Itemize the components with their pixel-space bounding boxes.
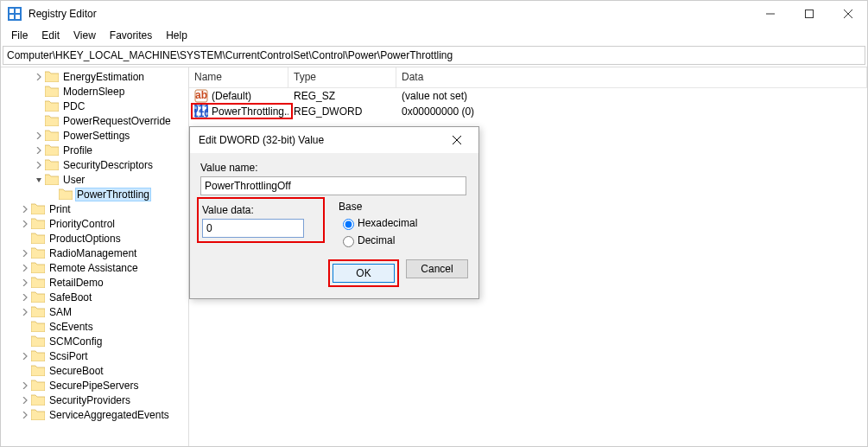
tree-item[interactable]: PowerSettings xyxy=(1,128,188,143)
regedit-icon xyxy=(8,7,22,21)
dialog-close-button[interactable] xyxy=(444,133,470,147)
expander-icon[interactable] xyxy=(34,72,44,82)
tree-item[interactable]: SCMConfig xyxy=(1,334,188,348)
svg-rect-6 xyxy=(805,10,813,18)
tree-label: Remote Assistance xyxy=(48,262,140,274)
maximize-button[interactable] xyxy=(789,1,828,27)
tree-item[interactable]: SafeBoot xyxy=(1,290,188,304)
tree-item[interactable]: SecureBoot xyxy=(1,363,188,378)
tree-item[interactable]: RetailDemo xyxy=(1,275,188,290)
expander-icon[interactable] xyxy=(20,380,30,391)
close-button[interactable] xyxy=(828,1,867,27)
cell-name: PowerThrottling... xyxy=(212,105,288,118)
menu-help[interactable]: Help xyxy=(159,28,194,43)
cancel-button[interactable]: Cancel xyxy=(406,259,468,278)
tree-item[interactable]: RadioManagement xyxy=(1,246,188,260)
radio-dec[interactable] xyxy=(343,236,354,247)
tree-label: SafeBoot xyxy=(48,291,93,303)
menu-edit[interactable]: Edit xyxy=(35,28,67,43)
tree-item[interactable]: PowerThrottling xyxy=(1,187,188,201)
minimize-button[interactable] xyxy=(751,1,789,27)
dialog-body: Value name: PowerThrottlingOff Value dat… xyxy=(190,153,478,256)
svg-text:ab: ab xyxy=(195,89,207,101)
dialog-title-bar[interactable]: Edit DWORD (32-bit) Value xyxy=(190,127,478,153)
tree-label: SAM xyxy=(48,306,73,318)
radio-hex[interactable] xyxy=(343,219,354,230)
expander-icon[interactable] xyxy=(20,292,30,303)
expander-icon[interactable] xyxy=(20,278,30,288)
ok-button[interactable]: OK xyxy=(333,264,395,283)
tree-label: SCMConfig xyxy=(48,335,104,348)
tree-item[interactable]: SecurityDescriptors xyxy=(1,157,188,172)
expander-icon[interactable] xyxy=(20,351,30,361)
tree-item[interactable]: Profile xyxy=(1,143,188,157)
radio-hex-row[interactable]: Hexadecimal xyxy=(339,216,468,230)
tree-item[interactable]: ModernSleep xyxy=(1,84,188,99)
cell-type: REG_SZ xyxy=(294,90,335,102)
menu-file[interactable]: File xyxy=(4,28,35,43)
expander-icon[interactable] xyxy=(20,410,30,420)
expander-icon[interactable] xyxy=(20,248,30,259)
tree-item[interactable]: ServiceAggregatedEvents xyxy=(1,407,188,422)
tree-label: SecurityProviders xyxy=(48,394,132,406)
value-data-highlight: Value data: xyxy=(197,197,325,243)
tree-item[interactable]: Remote Assistance xyxy=(1,260,188,275)
address-bar[interactable]: Computer\HKEY_LOCAL_MACHINE\SYSTEM\Curre… xyxy=(3,46,865,65)
tree-item[interactable]: ProductOptions xyxy=(1,231,188,246)
tree-label: User xyxy=(61,174,86,186)
tree-label: PriorityControl xyxy=(48,218,117,230)
tree-item[interactable]: SAM xyxy=(1,304,188,319)
tree-item[interactable]: User xyxy=(1,172,188,187)
col-header-data[interactable]: Data xyxy=(396,67,867,87)
tree-item[interactable]: PowerRequestOverride xyxy=(1,113,188,128)
expander-icon[interactable] xyxy=(34,131,44,141)
radio-hex-label: Hexadecimal xyxy=(358,217,417,229)
col-header-type[interactable]: Type xyxy=(288,67,396,87)
svg-rect-3 xyxy=(10,15,14,19)
expander-icon[interactable] xyxy=(20,204,30,214)
list-body: ab(Default)REG_SZ(value not set)011110Po… xyxy=(189,88,867,119)
tree-item[interactable]: SecurePipeServers xyxy=(1,378,188,393)
tree-item[interactable]: Print xyxy=(1,201,188,216)
svg-rect-2 xyxy=(16,9,20,13)
col-header-name[interactable]: Name xyxy=(189,67,288,87)
tree-item[interactable]: ScEvents xyxy=(1,319,188,334)
tree-item[interactable]: PDC xyxy=(1,99,188,113)
menu-view[interactable]: View xyxy=(67,28,103,43)
tree-item[interactable]: SecurityProviders xyxy=(1,393,188,407)
value-data-label: Value data: xyxy=(202,204,318,216)
tree-label: SecurityDescriptors xyxy=(61,159,155,171)
cancel-label: Cancel xyxy=(421,263,453,275)
address-text: Computer\HKEY_LOCAL_MACHINE\SYSTEM\Curre… xyxy=(7,49,453,61)
window-title: Registry Editor xyxy=(29,8,751,20)
tree-pane[interactable]: EnergyEstimationModernSleepPDCPowerReque… xyxy=(1,67,189,447)
svg-text:110: 110 xyxy=(194,107,208,118)
value-data-input[interactable] xyxy=(202,219,304,238)
ok-label: OK xyxy=(356,267,371,279)
window-controls xyxy=(751,1,867,27)
menu-bar: File Edit View Favorites Help xyxy=(1,27,867,44)
list-row[interactable]: ab(Default)REG_SZ(value not set) xyxy=(189,88,867,104)
tree-label: RadioManagement xyxy=(48,247,138,259)
expander-icon[interactable] xyxy=(20,263,30,273)
expander-icon[interactable] xyxy=(34,145,44,156)
cell-name: (Default) xyxy=(212,90,251,102)
expander-icon[interactable] xyxy=(20,307,30,317)
cell-data: (value not set) xyxy=(402,90,467,102)
tree-label: Profile xyxy=(61,144,94,156)
menu-favorites[interactable]: Favorites xyxy=(103,28,159,43)
radio-dec-row[interactable]: Decimal xyxy=(339,233,468,247)
tree-label: RetailDemo xyxy=(48,277,105,289)
tree-item[interactable]: ScsiPort xyxy=(1,348,188,363)
expander-icon[interactable] xyxy=(20,395,30,405)
tree-label: EnergyEstimation xyxy=(61,71,146,83)
expander-icon[interactable] xyxy=(34,175,44,185)
tree-item[interactable]: PriorityControl xyxy=(1,216,188,231)
expander-icon[interactable] xyxy=(34,160,44,170)
tree-label: ScEvents xyxy=(48,321,95,333)
tree-item[interactable]: EnergyEstimation xyxy=(1,69,188,84)
list-row[interactable]: 011110PowerThrottling...REG_DWORD0x00000… xyxy=(189,104,867,119)
tree-label: ModernSleep xyxy=(61,86,126,98)
edit-dword-dialog: Edit DWORD (32-bit) Value Value name: Po… xyxy=(189,126,479,299)
expander-icon[interactable] xyxy=(20,219,30,229)
